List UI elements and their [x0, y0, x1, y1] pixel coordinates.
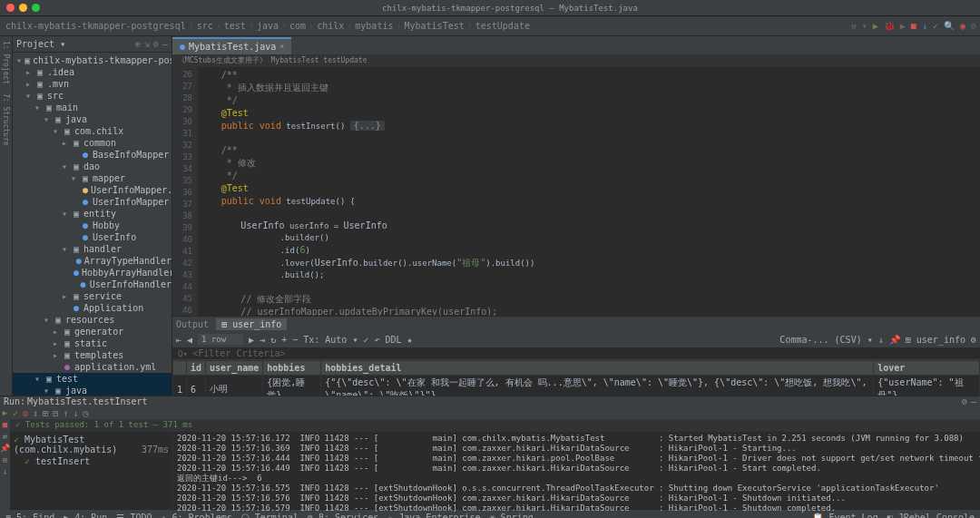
next-row-icon[interactable]: ▶ — [249, 335, 254, 345]
project-tree[interactable]: ▾▣chilx-mybatis-tkmapper-postgresql▸▣.id… — [13, 53, 172, 396]
hide-icon[interactable]: — — [971, 396, 976, 406]
tree-item[interactable]: ●BaseInfoMapper — [13, 149, 172, 161]
settings-icon[interactable]: ⚙ — [153, 39, 159, 49]
tree-item[interactable]: ▾▣com.chilx — [13, 125, 172, 137]
code-editor[interactable]: /** * 插入数据并且返回主键 */ @Test public void te… — [198, 67, 980, 316]
bottom-tab[interactable]: ⚙ 8: Services — [308, 513, 378, 518]
bottom-tab[interactable]: ≣ 5: Find — [5, 513, 54, 518]
hide-icon[interactable]: — — [162, 39, 168, 49]
tree-item[interactable]: ▸▣common — [13, 137, 172, 149]
collapse-icon[interactable]: ⊟ — [53, 408, 58, 418]
gear-icon[interactable]: ⚙ — [962, 396, 967, 406]
tree-item[interactable]: ▸▣.idea — [13, 66, 172, 78]
remove-row-icon[interactable]: − — [292, 335, 298, 345]
run-icon[interactable]: ▶ — [873, 21, 878, 31]
rollback-icon[interactable]: ↶ — [374, 335, 379, 345]
toggle-icon[interactable]: ⇄ — [3, 432, 7, 441]
prev-icon[interactable]: ↑ — [63, 408, 68, 418]
tree-item[interactable]: ▸▣generator — [13, 326, 172, 337]
export-icon[interactable]: ↓ — [3, 467, 7, 476]
tree-item[interactable]: ▾▣handler — [13, 243, 172, 255]
tree-item[interactable]: ●UserInfoMapper — [13, 196, 172, 208]
run-config[interactable]: ▾ — [862, 21, 867, 31]
first-row-icon[interactable]: ⇤ — [176, 335, 181, 345]
bottom-tab[interactable]: 📋 Event Log — [812, 513, 877, 518]
bottom-tab[interactable]: ▶ 4: Run — [64, 513, 107, 518]
history-icon[interactable]: ◷ — [83, 408, 88, 418]
tree-item[interactable]: ●Application — [13, 302, 172, 314]
next-icon[interactable]: ↓ — [73, 408, 78, 418]
db-output-tab[interactable]: Output — [176, 319, 209, 329]
sort-icon[interactable]: ↕ — [33, 408, 38, 418]
collapse-icon[interactable]: ⇲ — [144, 39, 150, 49]
tree-item[interactable]: ●UserInfo — [13, 231, 172, 243]
rerun-icon[interactable]: ▶ — [3, 408, 7, 417]
fail-filter-icon[interactable]: ⊘ — [23, 408, 28, 418]
run-console[interactable]: 2020-11-20 15:57:16.172 INFO 11428 --- [… — [173, 432, 980, 518]
tree-item[interactable]: ●UserInfoMapper.xml — [13, 184, 172, 196]
structure-tab[interactable]: 7: Structure — [2, 93, 10, 146]
tab-mybatistest[interactable]: ● MybatisTest.java × — [172, 37, 291, 54]
reload-icon[interactable]: ↻ — [270, 335, 276, 345]
run-config-name[interactable]: MybatisTest.testInsert — [25, 396, 147, 406]
db-table-tab[interactable]: ⊞ user_info — [216, 318, 287, 330]
hammer-icon[interactable]: ⚒ — [851, 21, 857, 31]
tree-item[interactable]: ●UserInfoHandler — [13, 279, 172, 290]
bottom-tab[interactable]: ⎔ Terminal — [241, 513, 299, 518]
stop-icon[interactable]: ■ — [911, 21, 916, 31]
vcs-commit-icon[interactable]: ✓ — [933, 21, 938, 31]
tree-item[interactable]: ●Hobby — [13, 220, 172, 231]
nav-breadcrumb[interactable]: chilx-mybatis-tkmapper-postgresql›src›te… — [4, 21, 530, 31]
vcs-update-icon[interactable]: ↓ — [922, 21, 927, 31]
bottom-tab[interactable]: ☰ TODO — [116, 513, 152, 518]
gear-icon[interactable]: ⚙ — [971, 335, 976, 345]
bottom-tab[interactable]: ⚠ 6: Problems — [161, 513, 231, 518]
rows-input[interactable] — [198, 334, 243, 345]
layout-icon[interactable]: ⊞ — [3, 455, 7, 464]
tree-item[interactable]: ▸▣.mvn — [13, 78, 172, 90]
tree-item[interactable]: ▾▣java — [13, 113, 172, 125]
coverage-icon[interactable]: ▶ — [900, 21, 906, 31]
search-icon[interactable]: 🔍 — [944, 21, 955, 31]
tree-item[interactable]: ●application.yml — [13, 361, 172, 373]
pin-icon[interactable]: 📌 — [0, 444, 10, 453]
last-row-icon[interactable]: ⇥ — [260, 335, 265, 345]
tree-item[interactable]: ●HobbyArrayHandler — [13, 267, 172, 279]
dml-label[interactable]: ★ — [407, 335, 413, 345]
tree-item[interactable]: ▸▣templates — [13, 349, 172, 361]
editor-breadcrumb[interactable]: 《MCStubs生成文案用子》 MybatisTest testUpdate — [172, 54, 980, 67]
commit-icon[interactable]: ✓ — [363, 335, 368, 345]
export-icon[interactable]: ↓ — [878, 335, 884, 345]
view-icon[interactable]: ⊞ — [906, 335, 911, 345]
bottom-tab[interactable]: ☕ Java Enterprise — [387, 513, 480, 518]
bottom-tab[interactable]: ◧ JRebel Console — [887, 513, 975, 518]
add-row-icon[interactable]: + — [281, 335, 287, 345]
prev-row-icon[interactable]: ◀ — [187, 335, 192, 345]
tree-item[interactable]: ▸▣static — [13, 337, 172, 349]
expand-icon[interactable]: ⊞ — [43, 408, 48, 418]
bottom-tab[interactable]: ❀ Spring — [490, 513, 534, 518]
jrebel-icon[interactable]: ◉ — [960, 21, 965, 31]
tree-item[interactable]: ▾▣dao — [13, 161, 172, 172]
tree-item[interactable]: ●ArrayTypeHandler — [13, 255, 172, 267]
tree-item[interactable]: ▾▣entity — [13, 208, 172, 220]
db-result-table[interactable]: iduser_namehobbieshobbies_detaillover16小… — [172, 360, 980, 396]
tree-item[interactable]: ▾▣java — [13, 385, 172, 396]
db-filter[interactable]: Q▾ <Filter Criteria> — [172, 347, 980, 360]
pin-icon[interactable]: 📌 — [889, 335, 900, 345]
select-file-icon[interactable]: ⊕ — [135, 39, 141, 49]
debug-icon[interactable]: 🐞 — [884, 21, 895, 31]
settings-icon[interactable]: ⚙ — [971, 21, 976, 31]
export-format[interactable]: Comma-... (CSV) ▾ — [779, 335, 872, 345]
pass-filter-icon[interactable]: ✓ — [13, 408, 18, 418]
minimize-icon[interactable] — [19, 4, 27, 12]
tree-item[interactable]: ▾▣resources — [13, 314, 172, 326]
test-tree[interactable]: MybatisTest (com.chilx.mybatis)377mstest… — [10, 432, 173, 518]
tree-item[interactable]: ▾▣src — [13, 90, 172, 102]
tree-item[interactable]: ▾▣mapper — [13, 172, 172, 184]
tree-item[interactable]: ▾▣main — [13, 102, 172, 113]
stop-icon[interactable]: ■ — [3, 420, 7, 429]
close-tab-icon[interactable]: × — [279, 43, 284, 51]
tree-item[interactable]: ▸▣service — [13, 290, 172, 302]
close-icon[interactable] — [6, 4, 15, 12]
